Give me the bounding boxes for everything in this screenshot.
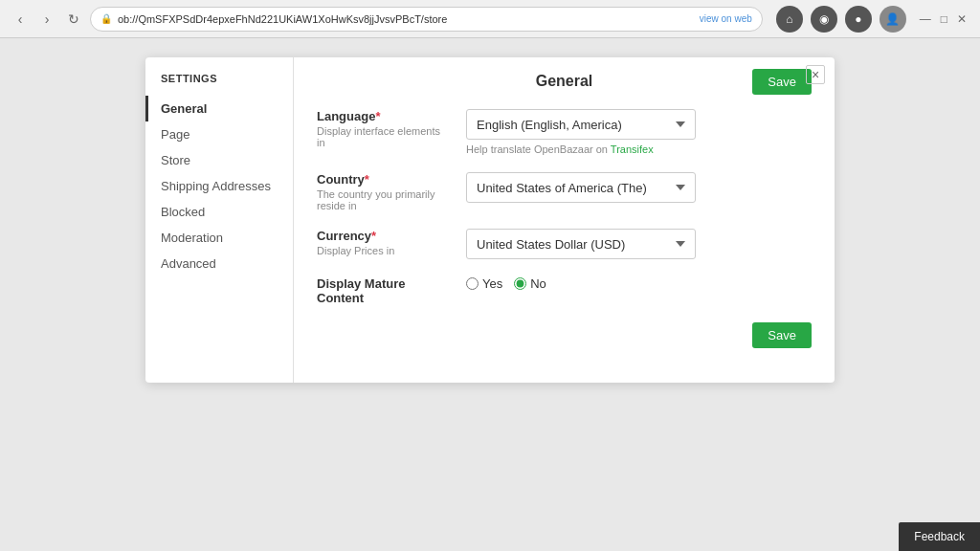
main-header: General Save bbox=[317, 73, 812, 90]
language-row: Language* Display interface elements in … bbox=[317, 109, 812, 155]
main-content: General Save Language* Display interface… bbox=[294, 57, 835, 383]
currency-label: Currency* bbox=[317, 229, 451, 243]
mature-content-label: Display Mature Content bbox=[317, 276, 451, 305]
language-label-group: Language* Display interface elements in bbox=[317, 109, 451, 148]
mature-content-no-radio[interactable] bbox=[514, 277, 526, 290]
country-control: United States of America (The)CanadaUnit… bbox=[466, 172, 812, 203]
view-on-web-link[interactable]: view on web bbox=[700, 13, 752, 24]
wallet-icon-button[interactable]: ◉ bbox=[811, 6, 837, 33]
address-bar: 🔒 ob://QmSFXPSdDr4epxeFhNd221UKiAW1XoHwK… bbox=[90, 7, 763, 32]
currency-control: United States Dollar (USD)Euro (EUR)Brit… bbox=[466, 229, 812, 259]
mature-content-control: Yes No bbox=[466, 276, 812, 291]
currency-row: Currency* Display Prices in United State… bbox=[317, 229, 812, 259]
sidebar-item-moderation[interactable]: Moderation bbox=[145, 225, 293, 251]
sidebar-item-blocked[interactable]: Blocked bbox=[145, 199, 293, 225]
browser-chrome: ‹ › ↻ 🔒 ob://QmSFXPSdDr4epxeFhNd221UKiAW… bbox=[0, 0, 980, 38]
sidebar-title: SETTINGS bbox=[145, 73, 293, 96]
sidebar-item-shipping-addresses[interactable]: Shipping Addresses bbox=[145, 173, 293, 199]
refresh-button[interactable]: ↻ bbox=[63, 9, 84, 30]
country-sublabel: The country you primarily reside in bbox=[317, 188, 451, 211]
close-button[interactable]: × bbox=[806, 65, 825, 84]
sidebar-item-advanced[interactable]: Advanced bbox=[145, 251, 293, 276]
language-control: English (English, America)SpanishFrenchG… bbox=[466, 109, 812, 155]
browser-icons: ⌂ ◉ ● 👤 bbox=[776, 6, 906, 33]
currency-required: * bbox=[371, 229, 376, 243]
feedback-button[interactable]: Feedback bbox=[899, 522, 980, 551]
sidebar-item-general[interactable]: General bbox=[145, 96, 293, 121]
mature-content-no-label[interactable]: No bbox=[514, 276, 546, 291]
mature-content-radio-group: Yes No bbox=[466, 276, 812, 291]
home-icon-button[interactable]: ⌂ bbox=[776, 6, 803, 33]
country-required: * bbox=[365, 172, 369, 187]
language-required: * bbox=[375, 109, 380, 123]
language-help: Help translate OpenBazaar on Transifex bbox=[466, 143, 812, 155]
url-text: ob://QmSFXPSdDr4epxeFhNd221UKiAW1XoHwKsv… bbox=[118, 13, 694, 25]
mature-content-yes-label[interactable]: Yes bbox=[466, 276, 502, 291]
page-content: × SETTINGS General Page Store Shipping A… bbox=[0, 38, 980, 551]
main-title: General bbox=[536, 73, 593, 90]
close-window-button[interactable]: ✕ bbox=[953, 11, 970, 28]
forward-button[interactable]: › bbox=[36, 9, 57, 30]
mature-content-row: Display Mature Content Yes No bbox=[317, 276, 812, 305]
currency-select[interactable]: United States Dollar (USD)Euro (EUR)Brit… bbox=[466, 229, 696, 259]
country-row: Country* The country you primarily resid… bbox=[317, 172, 812, 211]
bottom-save-row: Save bbox=[317, 322, 812, 348]
save-bottom-button[interactable]: Save bbox=[752, 322, 812, 348]
language-label: Language* bbox=[317, 109, 451, 123]
mature-content-yes-radio[interactable] bbox=[466, 277, 479, 290]
country-select[interactable]: United States of America (The)CanadaUnit… bbox=[466, 172, 696, 203]
sidebar-item-store[interactable]: Store bbox=[145, 147, 293, 173]
save-top-button[interactable]: Save bbox=[752, 69, 812, 95]
language-sublabel: Display interface elements in bbox=[317, 125, 451, 148]
minimize-button[interactable]: — bbox=[916, 11, 935, 28]
back-button[interactable]: ‹ bbox=[10, 9, 31, 30]
mature-content-label-group: Display Mature Content bbox=[317, 276, 451, 305]
sidebar-item-page[interactable]: Page bbox=[145, 121, 293, 147]
transifex-link[interactable]: Transifex bbox=[611, 143, 654, 155]
maximize-button[interactable]: □ bbox=[937, 11, 951, 28]
country-label-group: Country* The country you primarily resid… bbox=[317, 172, 451, 211]
settings-card: × SETTINGS General Page Store Shipping A… bbox=[145, 57, 835, 383]
language-select[interactable]: English (English, America)SpanishFrenchG… bbox=[466, 109, 696, 140]
currency-sublabel: Display Prices in bbox=[317, 245, 451, 256]
currency-label-group: Currency* Display Prices in bbox=[317, 229, 451, 256]
country-label: Country* bbox=[317, 172, 451, 187]
window-controls: — □ ✕ bbox=[916, 11, 970, 28]
url-icon: 🔒 bbox=[100, 13, 112, 24]
notification-icon-button[interactable]: ● bbox=[845, 6, 872, 33]
sidebar: SETTINGS General Page Store Shipping Add… bbox=[145, 57, 294, 383]
avatar-button[interactable]: 👤 bbox=[880, 6, 906, 33]
